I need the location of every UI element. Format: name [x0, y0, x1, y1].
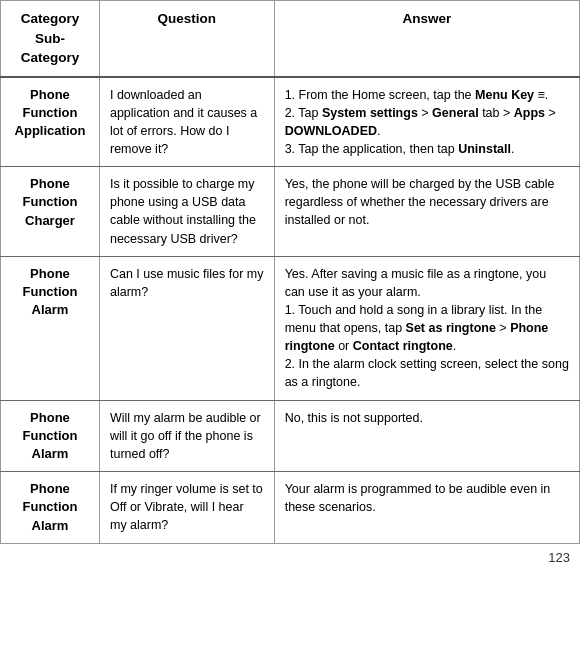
question-alarm-vibrate: If my ringer volume is set to Off or Vib…	[99, 472, 274, 544]
question-application: I downloaded an application and it cause…	[99, 77, 274, 167]
answer-alarm-vibrate: Your alarm is programmed to be audible e…	[274, 472, 579, 544]
page-number: 123	[0, 544, 580, 569]
category-charger: PhoneFunctionCharger	[1, 167, 100, 257]
question-charger: Is it possible to charge my phone using …	[99, 167, 274, 257]
category-alarm-3: PhoneFunctionAlarm	[1, 472, 100, 544]
answer-alarm-off: No, this is not supported.	[274, 400, 579, 472]
answer-alarm-music: Yes. After saving a music file as a ring…	[274, 256, 579, 400]
header-question: Question	[99, 1, 274, 77]
header-answer: Answer	[274, 1, 579, 77]
question-alarm-off: Will my alarm be audible or will it go o…	[99, 400, 274, 472]
answer-charger: Yes, the phone will be charged by the US…	[274, 167, 579, 257]
category-alarm-1: PhoneFunctionAlarm	[1, 256, 100, 400]
table-row: PhoneFunctionCharger Is it possible to c…	[1, 167, 580, 257]
table-row: PhoneFunctionApplication I downloaded an…	[1, 77, 580, 167]
table-row: PhoneFunctionAlarm If my ringer volume i…	[1, 472, 580, 544]
category-alarm-2: PhoneFunctionAlarm	[1, 400, 100, 472]
answer-application: 1. From the Home screen, tap the Menu Ke…	[274, 77, 579, 167]
header-category: CategorySub-Category	[1, 1, 100, 77]
table-row: PhoneFunctionAlarm Will my alarm be audi…	[1, 400, 580, 472]
table-row: PhoneFunctionAlarm Can I use music files…	[1, 256, 580, 400]
category-application: PhoneFunctionApplication	[1, 77, 100, 167]
question-alarm-music: Can I use music files for my alarm?	[99, 256, 274, 400]
